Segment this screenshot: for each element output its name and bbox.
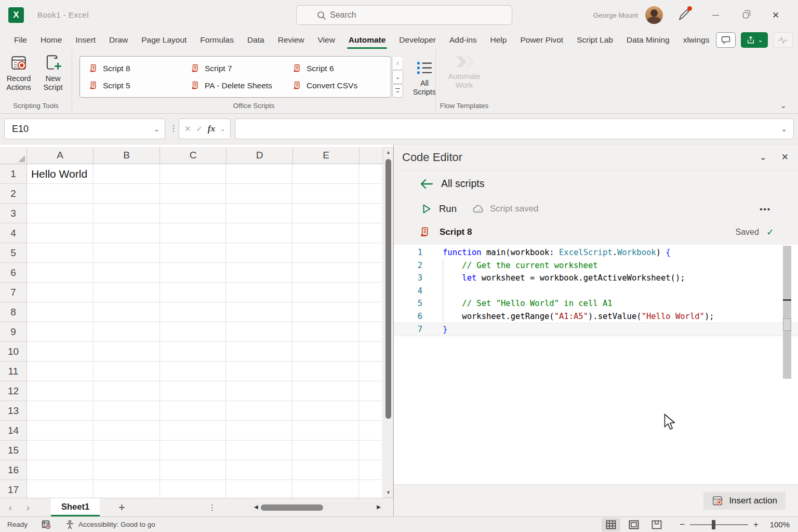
record-actions-button[interactable]: RecordActions [3,54,35,92]
cell-partial-17[interactable] [359,480,382,498]
cell-B6[interactable] [94,263,160,283]
page-layout-view-button[interactable] [624,518,643,531]
ribbon-tab-formulas[interactable]: Formulas [193,30,241,50]
formula-input[interactable]: ⌄ [235,118,794,139]
collapse-ribbon-icon[interactable]: ⌄ [780,101,787,110]
minimize-button[interactable] [708,0,723,30]
cell-E13[interactable] [292,401,359,421]
cell-partial-12[interactable] [359,381,382,401]
cell-C5[interactable] [160,243,227,263]
next-sheet-icon[interactable]: › [21,502,35,513]
zoom-level[interactable]: 100% [766,520,790,529]
expand-formula-bar-icon[interactable]: ⌄ [781,125,787,133]
zoom-in-icon[interactable]: + [753,520,759,530]
cell-E17[interactable] [292,480,359,498]
comments-button[interactable] [716,32,736,48]
cell-E2[interactable] [292,184,359,204]
name-box-chevron-icon[interactable]: ⌄ [154,125,159,133]
ribbon-tab-script-lab[interactable]: Script Lab [570,30,620,50]
scroll-up-icon[interactable]: ▲ [386,150,391,155]
vertical-scrollbar-thumb[interactable] [385,159,391,419]
cell-D11[interactable] [226,362,292,381]
row-header-6[interactable]: 6 [0,263,27,283]
cell-B4[interactable] [94,223,160,243]
code-line-2[interactable]: 2 // Get the current worksheet [394,259,798,272]
panel-close-icon[interactable]: ✕ [781,152,789,163]
cell-partial-5[interactable] [359,243,382,263]
cell-partial-6[interactable] [359,263,382,283]
cell-B13[interactable] [94,401,160,421]
formula-bar-dots-icon[interactable]: ⋮ [169,123,178,133]
cell-B3[interactable] [94,204,160,223]
row-header-14[interactable]: 14 [0,421,27,441]
cell-B9[interactable] [94,322,160,342]
cell-A7[interactable] [27,283,94,302]
cell-D14[interactable] [226,421,292,441]
cell-B8[interactable] [94,302,160,322]
cell-A16[interactable] [27,460,94,480]
cell-D2[interactable] [226,184,292,204]
cell-B7[interactable] [94,283,160,302]
code-line-5[interactable]: 5 // Set "Hello World" in cell A1 [394,297,798,310]
cancel-entry-icon[interactable]: ✕ [184,124,191,134]
cell-B11[interactable] [94,362,160,381]
cell-A14[interactable] [27,421,94,441]
code-line-4[interactable]: 4 [394,285,798,298]
ribbon-tab-help[interactable]: Help [484,30,514,50]
run-button[interactable]: Run [439,203,457,215]
zoom-slider-thumb[interactable] [712,520,715,529]
name-box[interactable]: E10 ⌄ [4,118,165,139]
cell-E8[interactable] [292,302,359,322]
sheet-tab-sheet1[interactable]: Sheet1 [51,498,100,516]
cell-A3[interactable] [27,204,94,223]
cell-C17[interactable] [160,480,227,498]
cell-B10[interactable] [94,342,160,362]
select-all-corner[interactable] [0,147,27,164]
cell-C16[interactable] [160,460,227,480]
ribbon-tab-view[interactable]: View [311,30,342,50]
horizontal-scrollbar-thumb[interactable] [261,504,323,511]
share-button[interactable]: ⌄ [741,32,768,48]
ribbon-tab-automate[interactable]: Automate [342,30,392,50]
column-header-d[interactable]: D [227,147,293,164]
cell-partial-10[interactable] [359,342,382,362]
ribbon-tab-xlwings[interactable]: xlwings [676,30,716,50]
row-header-16[interactable]: 16 [0,460,27,480]
cell-D16[interactable] [226,460,292,480]
cell-E12[interactable] [292,381,359,401]
normal-view-button[interactable] [602,518,620,531]
row-header-8[interactable]: 8 [0,302,27,322]
cell-A11[interactable] [27,362,94,381]
cell-E10[interactable] [292,342,359,362]
row-header-7[interactable]: 7 [0,283,27,302]
code-line-1[interactable]: 1function main(workbook: ExcelScript.Wor… [394,246,798,259]
cell-E6[interactable] [292,263,359,283]
cell-A9[interactable] [27,322,94,342]
gallery-scroll-up[interactable]: ∧ [392,56,403,70]
cell-E1[interactable] [292,164,359,184]
search-input[interactable]: Search [296,5,512,25]
ribbon-tab-data-mining[interactable]: Data Mining [620,30,676,50]
cell-C6[interactable] [160,263,227,283]
cell-A6[interactable] [27,263,94,283]
gallery-more-button[interactable]: ⌄ [392,84,403,98]
cell-B5[interactable] [94,243,160,263]
restore-button[interactable] [738,0,753,30]
cell-D15[interactable] [226,441,292,460]
ribbon-tab-home[interactable]: Home [34,30,69,50]
code-line-3[interactable]: 3 let worksheet = workbook.getActiveWork… [394,272,798,285]
cell-partial-4[interactable] [359,223,382,243]
row-header-15[interactable]: 15 [0,441,27,460]
cell-C8[interactable] [160,302,227,322]
run-play-icon[interactable] [421,203,432,215]
cell-A12[interactable] [27,381,94,401]
cell-A17[interactable] [27,480,94,498]
accessibility-status[interactable]: Accessibility: Good to go [65,520,155,529]
cell-A15[interactable] [27,441,94,460]
confirm-entry-icon[interactable]: ✓ [196,124,203,134]
cell-E15[interactable] [292,441,359,460]
cell-C4[interactable] [160,223,227,243]
cell-B15[interactable] [94,441,160,460]
cell-partial-13[interactable] [359,401,382,421]
more-options-icon[interactable]: ••• [760,205,771,214]
